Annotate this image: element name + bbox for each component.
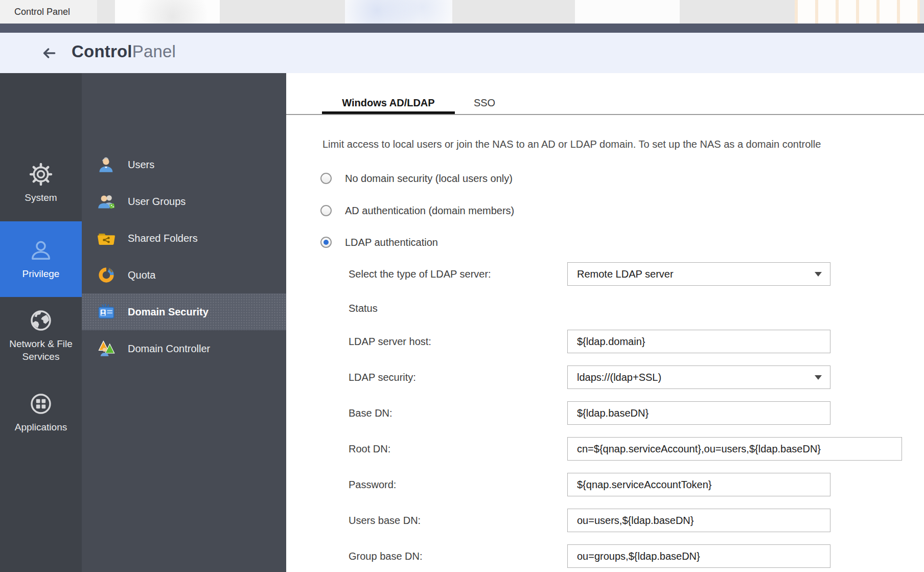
- ldap-server-type-row: Select the type of LDAP server: Remote L…: [286, 262, 924, 286]
- tab-sso[interactable]: SSO: [465, 93, 504, 113]
- sidebar-item-network-file-services[interactable]: Network & File Services: [0, 300, 82, 372]
- chevron-down-icon: [815, 272, 822, 277]
- back-arrow-icon: [41, 45, 57, 61]
- menu-item-user-groups[interactable]: User Groups: [82, 183, 286, 220]
- menu-item-users[interactable]: Users: [82, 146, 286, 183]
- menu-item-domain-security[interactable]: Domain Security: [82, 293, 286, 330]
- ldap-server-host-input[interactable]: [568, 330, 830, 353]
- radio-icon-selected[interactable]: [320, 237, 332, 248]
- sidebar-item-label: System: [25, 191, 57, 204]
- radio-icon[interactable]: [320, 205, 332, 216]
- status-label: Status: [349, 296, 378, 320]
- radio-ad-authentication[interactable]: AD authentication (domain members): [320, 203, 514, 218]
- menu-item-quota[interactable]: Quota: [82, 257, 286, 293]
- taskbar-tab-label: Control Panel: [14, 7, 70, 17]
- user-icon: [97, 155, 115, 174]
- users-base-dn-field: [567, 509, 830, 532]
- taskbar-app-thumbnail[interactable]: [795, 0, 920, 24]
- password-row: Password:: [286, 473, 924, 496]
- taskbar-app-thumbnail[interactable]: [115, 0, 220, 24]
- status-row: Status: [286, 296, 924, 320]
- menu-item-label: Users: [128, 159, 154, 171]
- group-base-dn-row: Group base DN:: [286, 544, 924, 568]
- field-label: Select the type of LDAP server:: [349, 262, 491, 286]
- sidebar-item-label: Applications: [15, 421, 67, 433]
- root-dn-row: Root DN:: [286, 437, 924, 461]
- select-value: Remote LDAP server: [568, 263, 815, 285]
- field-label: Root DN:: [349, 437, 390, 461]
- ldap-security-select[interactable]: ldaps://(ldap+SSL): [567, 365, 830, 389]
- category-sidebar: System Privilege Network & File Services: [0, 73, 82, 572]
- window-top-bar: [0, 24, 924, 33]
- sidebar-item-system[interactable]: System: [0, 152, 82, 214]
- domain-controller-icon: [97, 339, 115, 358]
- radio-no-domain-security[interactable]: No domain security (local users only): [320, 171, 513, 186]
- ldap-server-host-row: LDAP server host:: [286, 330, 924, 353]
- field-label: LDAP security:: [349, 365, 416, 389]
- taskbar-app-thumbnail[interactable]: [345, 0, 452, 24]
- sidebar-item-privilege[interactable]: Privilege: [0, 221, 82, 297]
- radio-ldap-authentication[interactable]: LDAP authentication: [320, 235, 438, 250]
- person-icon: [29, 239, 53, 262]
- field-label: Password:: [349, 473, 396, 496]
- taskbar: Control Panel: [0, 0, 924, 24]
- gear-icon: [29, 163, 53, 186]
- field-label: LDAP server host:: [349, 330, 431, 353]
- taskbar-tab-control-panel[interactable]: Control Panel: [0, 0, 97, 24]
- select-value: ldaps://(ldap+SSL): [568, 366, 815, 388]
- field-label: Users base DN:: [349, 509, 421, 532]
- sidebar-item-applications[interactable]: Applications: [0, 379, 82, 446]
- back-button[interactable]: [40, 44, 58, 62]
- field-label: Group base DN:: [349, 544, 423, 568]
- group-base-dn-input[interactable]: [568, 545, 830, 567]
- domain-security-badge-icon: [97, 303, 115, 321]
- page-title: ControlPanel: [72, 42, 176, 61]
- control-panel-window: Control Panel ControlPanel System: [0, 0, 924, 572]
- page-header: ControlPanel: [0, 33, 924, 73]
- user-groups-icon: [97, 192, 115, 211]
- root-dn-input[interactable]: [568, 438, 902, 460]
- field-label: Base DN:: [349, 401, 392, 425]
- menu-item-label: Domain Controller: [128, 343, 210, 355]
- menu-item-label: Quota: [128, 269, 155, 281]
- base-dn-field: [567, 401, 830, 425]
- sidebar-item-label: Network & File Services: [0, 337, 82, 363]
- users-base-dn-row: Users base DN:: [286, 509, 924, 532]
- users-base-dn-input[interactable]: [568, 509, 830, 532]
- privilege-menu: Users User Groups Shared Folders: [82, 73, 286, 572]
- domain-security-panel: Windows AD/LDAP SSO Limit access to loca…: [286, 73, 924, 572]
- tab-divider: [286, 114, 924, 115]
- root-dn-field: [567, 437, 902, 461]
- menu-item-label: Shared Folders: [128, 233, 198, 244]
- ldap-server-type-select[interactable]: Remote LDAP server: [567, 262, 830, 286]
- password-input[interactable]: [568, 473, 830, 496]
- radio-label: LDAP authentication: [345, 237, 438, 248]
- menu-item-domain-controller[interactable]: Domain Controller: [82, 330, 286, 367]
- radio-label: No domain security (local users only): [345, 173, 513, 185]
- taskbar-app-thumbnail[interactable]: [575, 0, 680, 24]
- group-base-dn-field: [567, 544, 830, 568]
- menu-item-label: Domain Security: [128, 306, 209, 318]
- menu-item-label: User Groups: [128, 196, 186, 208]
- chevron-down-icon: [815, 375, 822, 380]
- globe-icon: [29, 309, 53, 332]
- ldap-server-host-field: [567, 330, 830, 353]
- ldap-security-row: LDAP security: ldaps://(ldap+SSL): [286, 365, 924, 389]
- sidebar-item-label: Privilege: [22, 267, 60, 280]
- password-field: [567, 473, 830, 496]
- shared-folder-icon: [97, 229, 115, 247]
- radio-icon[interactable]: [320, 173, 332, 184]
- tab-windows-ad-ldap[interactable]: Windows AD/LDAP: [322, 93, 455, 113]
- apps-grid-icon: [29, 392, 53, 416]
- base-dn-input[interactable]: [568, 402, 830, 424]
- menu-item-shared-folders[interactable]: Shared Folders: [82, 220, 286, 257]
- quota-pie-icon: [97, 266, 115, 284]
- radio-label: AD authentication (domain members): [345, 205, 514, 217]
- intro-text: Limit access to local users or join the …: [322, 135, 924, 153]
- base-dn-row: Base DN:: [286, 401, 924, 425]
